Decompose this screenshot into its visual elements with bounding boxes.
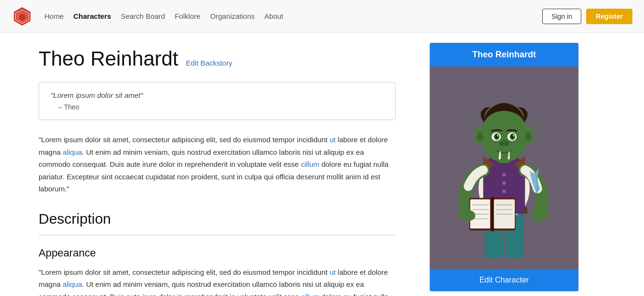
sidebar: Theo Reinhardt — [425, 33, 589, 296]
link-word-5: aliqua — [63, 280, 82, 288]
nav-folklore[interactable]: Folklore — [175, 12, 200, 20]
svg-point-27 — [458, 215, 465, 220]
link-word-2: aliqua — [63, 148, 82, 156]
char-card-image — [430, 67, 578, 269]
nav-search-board[interactable]: Search Board — [121, 12, 165, 20]
svg-point-39 — [513, 135, 514, 136]
svg-point-42 — [505, 142, 509, 146]
svg-point-41 — [499, 142, 503, 146]
svg-rect-14 — [491, 197, 494, 231]
character-card: Theo Reinhardt — [429, 42, 579, 292]
svg-point-11 — [502, 189, 506, 193]
appearance-heading: Appearance — [39, 247, 396, 259]
signin-button[interactable]: Sign in — [542, 9, 581, 24]
main-content: Theo Reinhardt Edit Backstory "Lorem ips… — [0, 33, 425, 296]
link-word-6: cillum — [301, 293, 319, 296]
nav-actions: Sign in Register — [542, 9, 632, 24]
page-body: Theo Reinhardt Edit Backstory "Lorem ips… — [0, 33, 644, 296]
link-word-3: cillum — [301, 160, 319, 168]
backstory-text: "Lorem ipsum dolor sit amet, consectetur… — [39, 134, 396, 195]
edit-backstory-link[interactable]: Edit Backstory — [186, 59, 233, 67]
svg-point-26 — [459, 211, 466, 215]
svg-point-28 — [542, 210, 548, 215]
char-card-name: Theo Reinhardt — [430, 43, 578, 67]
svg-point-10 — [502, 181, 506, 185]
char-card-footer: Edit Character — [430, 269, 578, 291]
nav-organizations[interactable]: Organizations — [210, 12, 255, 20]
svg-point-9 — [502, 173, 506, 177]
quote-box: "Lorem ipsum dolor sit amet" – Theo — [39, 82, 396, 120]
nav-links: Home Characters Search Board Folklore Or… — [44, 12, 531, 20]
description-heading: Description — [39, 211, 396, 227]
edit-character-button[interactable]: Edit Character — [430, 269, 578, 291]
nav-about[interactable]: About — [264, 12, 283, 20]
char-name: Theo Reinhardt — [39, 47, 178, 70]
svg-point-29 — [543, 215, 549, 220]
nav-characters[interactable]: Characters — [73, 12, 111, 20]
section-divider — [39, 235, 396, 235]
quote-text: "Lorem ipsum dolor sit amet" — [51, 91, 384, 99]
link-word-1: ut — [329, 135, 336, 144]
svg-point-38 — [497, 135, 498, 136]
svg-point-44 — [477, 132, 483, 141]
register-button[interactable]: Register — [586, 9, 632, 24]
appearance-text: "Lorem ipsum dolor sit amet, consectetur… — [39, 266, 396, 296]
link-word-4: ut — [329, 268, 336, 276]
quote-attribution: – Theo — [51, 103, 384, 111]
char-header: Theo Reinhardt Edit Backstory — [39, 47, 396, 70]
logo[interactable] — [12, 6, 33, 27]
navbar: Home Characters Search Board Folklore Or… — [0, 0, 644, 33]
svg-point-46 — [525, 132, 531, 141]
nav-home[interactable]: Home — [44, 12, 64, 20]
character-illustration — [430, 67, 578, 269]
